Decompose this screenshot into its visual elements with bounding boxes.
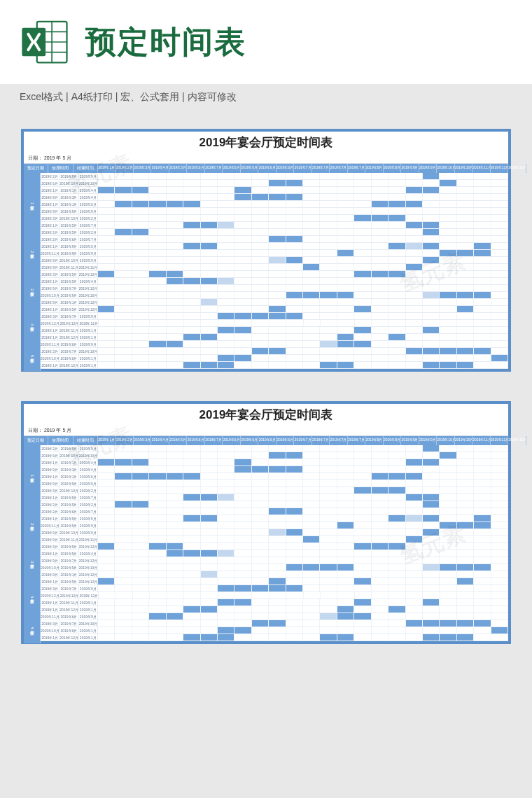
gantt-cell (98, 606, 115, 612)
gantt-row: 2019年9月2019年9月2019年9月 (24, 208, 508, 215)
gantt-cell (457, 341, 474, 347)
date-cell: 2019年2月 (41, 229, 59, 235)
gantt-cell (183, 634, 200, 640)
date-cell: 2019年3月 (41, 215, 59, 221)
month-header: 2019年4月 (151, 164, 169, 173)
gantt-cell (286, 592, 303, 598)
gantt-cell (406, 536, 423, 542)
gantt-cell (491, 229, 508, 235)
gantt-cell (235, 320, 252, 326)
gantt-cell (149, 529, 166, 536)
gantt-cell (183, 264, 200, 270)
gantt-cell (218, 501, 234, 507)
gantt-cell (440, 578, 456, 584)
gantt-cell (491, 299, 508, 305)
gantt-cell (423, 320, 440, 326)
gantt-cell (184, 320, 201, 326)
gantt-cell (98, 550, 115, 556)
gantt-cell (320, 501, 337, 507)
gantt-cell (183, 285, 200, 291)
gantt-cell (388, 522, 405, 528)
gantt-cell (354, 585, 371, 592)
gantt-cell (132, 173, 149, 179)
gantt-cell (218, 257, 234, 263)
date-cell: 2019年4月 (79, 466, 98, 472)
gantt-row: 2019年2月2019年6月2019年7月 (24, 508, 508, 515)
gantt-cell (201, 494, 218, 500)
gantt-cell (183, 341, 200, 347)
gantt-cell (201, 257, 218, 263)
gantt-cell (98, 264, 115, 270)
gantt-cell (440, 557, 456, 564)
gantt-cell (491, 327, 508, 333)
gantt-cell (474, 327, 491, 333)
gantt-cell (183, 473, 200, 479)
gantt-cell (388, 215, 405, 221)
date-cell: 2019年10月 (79, 452, 98, 458)
gantt-cell (406, 501, 423, 507)
gantt-cell (440, 627, 456, 634)
gantt-cell (320, 222, 337, 228)
gantt-cell (201, 627, 218, 634)
date-cell: 2019年6月 (59, 355, 78, 361)
month-header: 2019年3月 (134, 164, 151, 173)
gantt-cell (474, 634, 491, 640)
gantt-cell (218, 243, 234, 249)
gantt-cell (252, 522, 269, 528)
gantt-cell (423, 257, 440, 263)
gantt-cell (303, 362, 320, 368)
gantt-cell (423, 306, 440, 312)
gantt-cell (320, 208, 337, 214)
date-cell: 2019年9月 (59, 445, 78, 451)
gantt-cell (167, 285, 183, 291)
gantt-cell (167, 222, 183, 228)
gantt-cell (337, 494, 354, 500)
gantt-cell (406, 250, 423, 256)
gantt-cell (234, 494, 251, 500)
gantt-cell (234, 208, 251, 214)
gantt-cell (354, 348, 371, 354)
gantt-cell (218, 627, 234, 634)
gantt-cell (286, 550, 303, 556)
gantt-cell (201, 327, 218, 333)
gantt-cell (474, 208, 491, 214)
gantt-cell (406, 362, 423, 368)
gantt-cell (149, 480, 166, 486)
gantt-cell (149, 571, 166, 578)
gantt-cell (474, 585, 491, 592)
gantt-cell (474, 222, 491, 228)
gantt-cell (167, 592, 184, 598)
gantt-cell (303, 578, 320, 584)
date-cell: 2019年1月 (59, 473, 78, 479)
gantt-cell (183, 313, 200, 319)
gantt-cell (115, 466, 132, 472)
date-cell: 2019年2月 (41, 508, 59, 514)
gantt-cell (183, 564, 200, 570)
gantt-row: 宴会厅52019年11月2019年6月2019年9月 (24, 613, 508, 620)
date-cell: 2019年6月 (59, 236, 78, 242)
gantt-cell (354, 529, 371, 536)
gantt-cell (286, 285, 303, 291)
gantt-cell (286, 215, 303, 221)
gantt-cell (372, 208, 388, 214)
gantt-cell (406, 494, 423, 500)
gantt-cell (303, 557, 320, 564)
gantt-cell (149, 578, 166, 584)
date-cell: 2019年9月 (79, 313, 98, 319)
month-header: 2019年12月 (508, 436, 526, 445)
gantt-cell (149, 515, 166, 522)
gantt-cell (98, 362, 115, 368)
gantt-cell (269, 341, 286, 347)
gantt-cell (167, 613, 183, 620)
gantt-cell (234, 620, 251, 626)
date-cell: 2019年5月 (59, 494, 78, 500)
gantt-cell (372, 292, 388, 298)
gantt-cell (406, 341, 423, 347)
gantt-cell (234, 529, 251, 536)
gantt-cell (457, 285, 474, 291)
gantt-cell (150, 592, 167, 598)
gantt-cell (491, 355, 508, 361)
gantt-cell (372, 327, 388, 333)
gantt-cell (286, 543, 303, 550)
gantt-cell (457, 452, 474, 458)
